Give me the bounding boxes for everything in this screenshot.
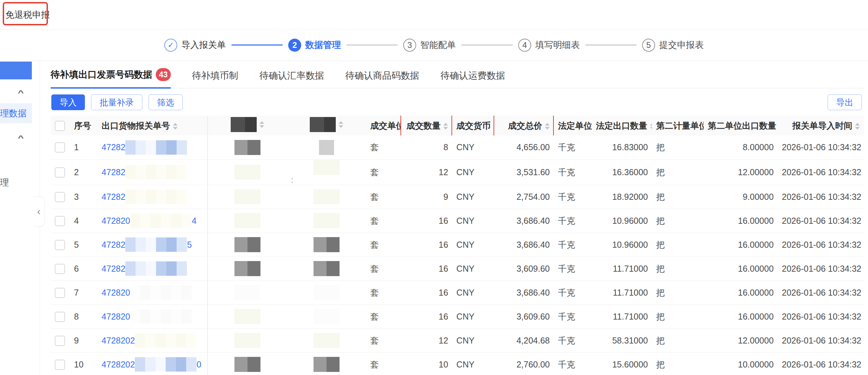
table-row[interactable]: 8 472820 套 16 CNY 3,609.60 千克 11.71000 把…	[51, 305, 864, 328]
row-checkbox[interactable]	[55, 360, 65, 370]
cell-qty: 12	[400, 328, 452, 352]
header-declaration-no[interactable]: 出口货物报关单号	[98, 116, 208, 135]
declaration-link[interactable]: 4728202	[102, 360, 135, 370]
header-legal-unit[interactable]: 法定单位	[554, 116, 592, 135]
header-redacted-2[interactable]	[287, 116, 366, 135]
table-row[interactable]: 5 47282 5 套 16 CNY 3,686.40 千克 10.96000 …	[51, 233, 864, 257]
table-row[interactable]: 6 47282 套 16 CNY 3,609.60 千克 11.71000 把 …	[51, 257, 864, 281]
table-row[interactable]: 3 47282 套 9 CNY 2,754.00 千克 18.92000 把 9…	[51, 185, 864, 209]
declaration-link[interactable]: 47282	[102, 167, 126, 177]
batch-supplement-button[interactable]: 批量补录	[91, 94, 142, 110]
step-data-management[interactable]: 2 数据管理	[288, 39, 341, 52]
export-button[interactable]: 导出	[828, 94, 862, 110]
table-row[interactable]: 10 4728202 0 套 10 CNY 2,760.00 千克 15.600…	[51, 352, 864, 375]
sort-caret-icon[interactable]	[259, 121, 264, 128]
table-body: 1 47282 套 8 CNY 4,656.00 千克 16.83000 把 8…	[51, 135, 864, 375]
cell-unit: 套	[366, 352, 401, 375]
table-row[interactable]: 4 472820 4 套 16 CNY 3,686.40 千克 10.96000…	[51, 209, 864, 233]
tab-pending-invoice-numbers[interactable]: 待补填出口发票号码数据 43	[51, 68, 171, 89]
import-button[interactable]: 导入	[51, 94, 85, 110]
tab-confirm-freight[interactable]: 待确认运费数据	[441, 69, 505, 88]
table-row[interactable]: 1 47282 套 8 CNY 4,656.00 千克 16.83000 把 8…	[51, 135, 864, 159]
tab-confirm-commodity-code[interactable]: 待确认商品码数据	[345, 69, 419, 88]
row-checkbox[interactable]	[55, 312, 65, 322]
table-row[interactable]: 9 4728202 套 12 CNY 4,204.68 千克 58.31000 …	[51, 328, 864, 352]
header-qty[interactable]: 成交数量	[400, 116, 452, 135]
step-fill-detail-form[interactable]: 4 填写明细表	[518, 39, 580, 52]
row-checkbox[interactable]	[55, 192, 65, 202]
table-row[interactable]: 2 47282 : 套 12 CNY 3,531.60 千克 16.36000 …	[51, 159, 864, 185]
header-import-time[interactable]: 报关单导入时间	[778, 116, 864, 135]
row-checkbox[interactable]	[55, 240, 65, 250]
header-currency[interactable]: 成交货币	[452, 116, 494, 135]
cell-second-unit: 把	[652, 352, 704, 375]
redaction-box	[314, 213, 340, 228]
cell-total: 3,609.60	[494, 257, 554, 281]
declaration-link[interactable]: 47282	[102, 264, 126, 274]
stepper: ✓ 导入报关单 2 数据管理 3 智能配单 4 填写明细表 5 提交申报表	[164, 39, 704, 52]
cell-second-unit: 把	[652, 257, 704, 281]
declaration-link[interactable]: 472820	[102, 288, 130, 298]
declaration-link[interactable]: 47282	[102, 192, 126, 202]
tab-bar: 待补填出口发票号码数据 43 待补填币制 待确认汇率数据 待确认商品码数据 待确…	[51, 61, 864, 88]
cell-currency: CNY	[452, 159, 494, 185]
header-unit[interactable]: 成交单位	[366, 116, 401, 135]
header-second-unit[interactable]: 第二计量单位	[652, 116, 704, 135]
cell-redacted-1	[208, 185, 287, 209]
sidebar-item-data[interactable]: 理数据	[0, 103, 32, 123]
header-second-qty[interactable]: 第二单位出口数量	[704, 116, 778, 135]
cell-legal-qty: 10.96000	[592, 233, 652, 257]
declaration-link[interactable]: 47282	[102, 142, 126, 152]
cell-seq: 4	[70, 209, 98, 233]
declaration-link[interactable]: 47282	[102, 240, 126, 250]
sidebar-collapse-button[interactable]: ‹	[34, 196, 44, 227]
select-all-checkbox[interactable]	[55, 121, 65, 131]
row-checkbox[interactable]	[55, 288, 65, 298]
cell-seq: 5	[70, 233, 98, 257]
cell-import-time: 2026-01-06 10:34:32	[778, 209, 864, 233]
sort-caret-icon[interactable]	[339, 121, 343, 128]
step-smart-matching[interactable]: 3 智能配单	[403, 39, 456, 52]
header-legal-qty[interactable]: 法定出口数量	[592, 116, 652, 135]
sort-caret-icon[interactable]	[650, 123, 652, 130]
row-checkbox[interactable]	[55, 167, 65, 178]
cell-second-qty: 16.00000	[704, 257, 778, 281]
row-checkbox[interactable]	[55, 336, 65, 346]
header-label: 报关单导入时间	[792, 121, 852, 130]
redaction-mosaic	[125, 140, 187, 155]
step-import-declaration[interactable]: ✓ 导入报关单	[164, 39, 226, 52]
row-checkbox[interactable]	[55, 216, 65, 226]
table-row[interactable]: 7 472820 套 16 CNY 3,686.40 千克 11.71000 把…	[51, 281, 864, 305]
cell-second-unit: 把	[652, 281, 704, 305]
header-total-price[interactable]: 成交总价	[494, 116, 554, 135]
sort-caret-icon[interactable]	[545, 123, 550, 130]
declaration-link[interactable]: 472820	[102, 312, 130, 322]
cell-redacted-2	[287, 185, 366, 209]
chevron-up-icon[interactable]: ^	[18, 89, 24, 97]
row-checkbox[interactable]	[55, 142, 65, 153]
row-checkbox[interactable]	[55, 264, 65, 274]
step-submit-declaration[interactable]: 5 提交申报表	[642, 39, 704, 52]
header-redacted-1[interactable]	[208, 116, 287, 135]
tab-confirm-exchange-rate[interactable]: 待确认汇率数据	[259, 69, 324, 88]
sidebar-active-item[interactable]	[0, 62, 32, 79]
declaration-link[interactable]: 4728202	[102, 336, 135, 346]
sort-caret-icon[interactable]	[855, 123, 860, 130]
redaction-box	[234, 261, 260, 276]
cell-unit: 套	[366, 281, 401, 305]
sidebar-item-label: 理数据	[0, 107, 27, 119]
step-label: 导入报关单	[181, 39, 226, 51]
cell-total: 2,760.00	[494, 352, 554, 375]
header-label: 第二计量单位	[656, 121, 704, 130]
tab-pending-currency[interactable]: 待补填币制	[192, 69, 238, 88]
sort-caret-icon[interactable]	[173, 123, 178, 130]
filter-button[interactable]: 筛选	[149, 94, 183, 110]
chevron-up-icon[interactable]: ^	[18, 134, 24, 142]
sort-caret-icon[interactable]	[443, 123, 448, 130]
redaction-mosaic	[125, 190, 187, 204]
redaction-box	[314, 285, 340, 300]
cell-second-unit: 把	[652, 159, 704, 185]
declaration-link[interactable]: 472820	[102, 216, 130, 226]
tab-label: 待确认商品码数据	[345, 69, 419, 82]
cell-currency: CNY	[452, 352, 494, 375]
